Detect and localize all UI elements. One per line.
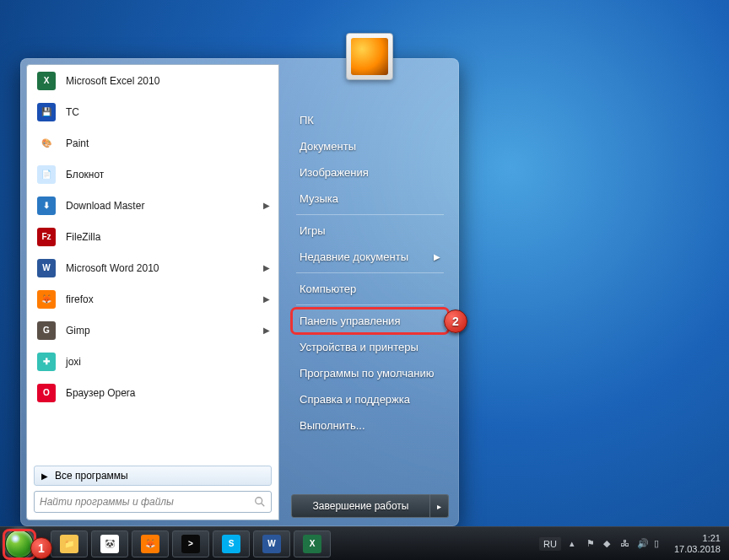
taskbar-app-word-icon[interactable]: W [253,530,290,557]
tray-volume-icon[interactable]: 🔊 [637,538,649,550]
chevron-right-icon: ▶ [263,294,270,304]
right-menu-label: Компьютер [300,283,356,295]
language-indicator[interactable]: RU [539,537,561,551]
right-menu-item[interactable]: Программы по умолчанию [291,360,449,386]
cmd-icon: > [181,535,200,553]
start-menu: XMicrosoft Excel 2010💾TC🎨Paint📄Блокнот⬇D… [20,58,459,526]
right-menu-label: Музыка [300,192,338,205]
system-tray: RU ▴ ⚑ ◆ 🖧 🔊 ▯ 1:21 17.03.2018 [531,533,729,554]
search-placeholder: Найти программы и файлы [40,496,174,508]
program-label: Paint [66,137,89,149]
taskbar-apps: 📁🐼🦊>SWX [51,530,331,557]
taskbar-clock[interactable]: 1:21 17.03.2018 [674,533,721,554]
program-label: Microsoft Excel 2010 [66,75,159,87]
right-menu-label: Игры [300,224,326,237]
program-label: firefox [66,293,94,305]
all-programs-label: Все программы [55,470,128,482]
program-item-opera-icon[interactable]: OБраузер Opera [27,377,278,408]
right-menu-item[interactable]: Музыка [291,186,449,212]
right-menu-item[interactable]: Изображения [291,159,449,186]
right-menu-label: Справка и поддержка [300,393,410,406]
explorer-icon: 📁 [60,535,78,553]
program-label: FileZilla [66,231,100,243]
right-menu-label: Недавние документы [300,250,408,263]
opera-icon: O [35,382,57,404]
program-item-paint-icon[interactable]: 🎨Paint [27,127,278,159]
tray-network-icon[interactable]: 🖧 [620,538,632,550]
program-item-joxi-icon[interactable]: ✚joxi [27,346,278,377]
tray-flag-icon[interactable]: ⚑ [586,538,598,550]
right-menu-item[interactable]: Выполнить... [291,412,449,439]
program-item-gimp-icon[interactable]: GGimp▶ [27,315,278,346]
right-menu-item[interactable]: Устройства и принтеры [291,334,449,360]
paint-icon: 🎨 [35,132,57,154]
right-menu-item[interactable]: Компьютер [291,276,449,302]
right-menu-label: Изображения [300,166,369,179]
program-item-word-icon[interactable]: WMicrosoft Word 2010▶ [27,252,278,283]
joxi-icon: ✚ [35,351,57,373]
taskbar-app-cmd-icon[interactable]: > [172,530,209,557]
right-menu-item[interactable]: Справка и поддержка [291,386,449,412]
program-label: Microsoft Word 2010 [66,262,159,274]
chevron-right-icon: ▸ [437,502,441,511]
firefox-icon: 🦊 [141,535,159,553]
program-label: Браузер Opera [66,387,136,399]
annotation-callout-1: 1 [30,537,52,559]
search-input[interactable]: Найти программы и файлы [34,491,272,513]
tray-battery-icon[interactable]: ▯ [654,538,666,550]
menu-separator [296,272,444,273]
right-menu-label: Устройства и принтеры [300,341,418,353]
program-item-excel-icon[interactable]: XMicrosoft Excel 2010 [27,65,278,96]
avatar-image-icon [351,38,388,75]
taskbar-app-panda-icon[interactable]: 🐼 [91,530,128,557]
clock-date: 17.03.2018 [674,544,721,555]
taskbar-app-skype-icon[interactable]: S [213,530,250,557]
download-master-icon: ⬇ [35,195,57,217]
all-programs-button[interactable]: ▶ Все программы [34,466,272,486]
excel-icon: X [35,70,57,92]
program-label: Download Master [66,200,144,212]
program-label: Gimp [66,325,90,337]
user-avatar[interactable] [346,33,393,80]
shutdown-options-button[interactable]: ▸ [430,494,449,518]
taskbar-app-explorer-icon[interactable]: 📁 [51,530,88,557]
search-icon [254,496,266,508]
shutdown-button[interactable]: Завершение работы [291,494,430,518]
program-item-download-master-icon[interactable]: ⬇Download Master▶ [27,190,278,221]
windows-logo-icon [5,530,34,558]
start-button[interactable]: 1 [0,527,39,561]
gimp-icon: G [35,320,57,342]
taskbar: 1 📁🐼🦊>SWX RU ▴ ⚑ ◆ 🖧 🔊 ▯ 1:21 17.03.2018 [0,526,729,560]
program-item-tc-icon[interactable]: 💾TC [27,96,278,127]
right-menu-item[interactable]: Недавние документы▶ [291,244,449,270]
right-menu-item[interactable]: Документы [291,133,449,159]
program-item-firefox-icon[interactable]: 🦊firefox▶ [27,283,278,315]
skype-icon: S [222,535,240,553]
notepad-icon: 📄 [35,164,57,186]
right-menu-label: ПК [300,114,314,127]
right-menu-label: Выполнить... [300,419,365,432]
start-menu-left-pane: XMicrosoft Excel 2010💾TC🎨Paint📄Блокнот⬇D… [26,64,279,520]
program-item-notepad-icon[interactable]: 📄Блокнот [27,159,278,190]
right-menu-label: Документы [300,140,356,153]
shutdown-label: Завершение работы [313,500,409,512]
clock-time: 1:21 [674,533,721,544]
right-menu-item[interactable]: ПК [291,107,449,133]
program-item-filezilla-icon[interactable]: FzFileZilla [27,221,278,252]
right-menu-item[interactable]: Панель управления2 [291,308,449,334]
word-icon: W [262,535,281,553]
menu-separator [296,214,444,215]
taskbar-app-firefox-icon[interactable]: 🦊 [132,530,169,557]
tray-chevron-icon[interactable]: ▴ [570,538,581,550]
chevron-right-icon: ▶ [263,263,270,272]
word-icon: W [35,257,57,279]
menu-separator [296,304,444,305]
taskbar-app-excel-icon[interactable]: X [294,530,331,557]
filezilla-icon: Fz [35,226,57,248]
start-menu-right-pane: ПКДокументыИзображенияМузыкаИгрыНедавние… [279,58,459,526]
program-list: XMicrosoft Excel 2010💾TC🎨Paint📄Блокнот⬇D… [27,65,278,462]
tray-app-icon[interactable]: ◆ [603,538,615,550]
svg-point-0 [256,498,262,504]
program-label: Блокнот [66,169,104,180]
right-menu-item[interactable]: Игры [291,218,449,244]
